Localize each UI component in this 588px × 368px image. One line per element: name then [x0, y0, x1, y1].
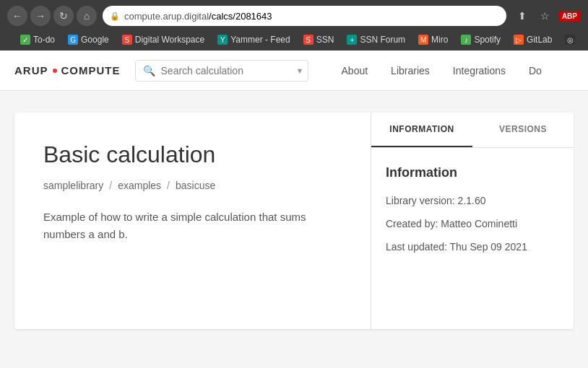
forward-button[interactable]: → [30, 6, 51, 26]
logo-text-arup: ARUP [14, 64, 48, 76]
lock-icon: 🔒 [110, 12, 120, 21]
breadcrumb-sep-1: / [109, 180, 112, 191]
bookmark-todo-label: To-do [33, 35, 55, 45]
bookmark-digital-workspace-label: Digital Workspace [135, 35, 204, 45]
bookmark-google[interactable]: G Google [62, 33, 115, 46]
logo-text-compute: COMPUTE [61, 64, 121, 76]
bookmark-ssn-forum[interactable]: + SSN Forum [341, 33, 411, 46]
bookmark-gitlab[interactable]: ▷ GitLab [508, 33, 558, 46]
address-bar[interactable]: 🔒 compute.arup.digital/calcs/2081643 [103, 6, 506, 26]
created-by-label: Created by: [386, 218, 438, 229]
tab-information[interactable]: INFORMATION [371, 113, 472, 147]
browser-nav-buttons: ← → ↻ ⌂ [7, 6, 97, 26]
bookmark-miro[interactable]: M Miro [412, 33, 454, 46]
abp-badge: ABP [558, 11, 581, 22]
breadcrumb-sep-2: / [167, 180, 170, 191]
github-icon: ◎ [565, 35, 575, 45]
search-input[interactable] [161, 65, 287, 76]
app-header: ARUP COMPUTE 🔍 ▼ About Libraries Integra… [0, 51, 588, 91]
nav-link-about[interactable]: About [330, 51, 380, 91]
bookmark-todo[interactable]: ✓ To-do [14, 33, 61, 46]
page-content: Basic calculation samplelibrary / exampl… [0, 91, 588, 368]
bookmark-yammer[interactable]: Y Yammer - Feed [212, 33, 295, 46]
bookmark-ssn-label: SSN [316, 35, 334, 45]
info-created-by: Created by: Matteo Cominetti [386, 218, 559, 229]
ssn-forum-icon: + [347, 35, 357, 45]
calc-title: Basic calculation [43, 141, 342, 168]
bookmark-button[interactable]: ☆ [535, 6, 555, 26]
url-display: compute.arup.digital/calcs/2081643 [124, 11, 272, 22]
nav-link-integrations[interactable]: Integrations [441, 51, 517, 91]
bookmark-digital-workspace[interactable]: S Digital Workspace [116, 33, 210, 46]
todo-icon: ✓ [20, 35, 30, 45]
info-last-updated: Last updated: Thu Sep 09 2021 [386, 241, 559, 253]
created-by-value: Matteo Cominetti [441, 218, 517, 229]
digital-workspace-icon: S [122, 35, 132, 45]
home-button[interactable]: ⌂ [77, 6, 97, 26]
calc-right-panel: INFORMATION VERSIONS Information Library… [371, 113, 574, 329]
bookmark-gitlab-label: GitLab [527, 35, 552, 45]
breadcrumb-part-2: examples [118, 180, 161, 191]
calc-tabs: INFORMATION VERSIONS [371, 113, 574, 148]
bookmark-ssn[interactable]: S SSN [298, 33, 340, 46]
last-updated-label: Last updated: [386, 241, 447, 253]
bookmark-spotify-label: Spotify [474, 35, 501, 45]
library-version-label: Library version: [386, 195, 455, 206]
reload-button[interactable]: ↻ [53, 6, 74, 26]
app-logo: ARUP COMPUTE [14, 64, 121, 76]
yammer-icon: Y [217, 35, 228, 45]
search-dropdown-arrow[interactable]: ▼ [296, 66, 304, 75]
bookmark-spotify[interactable]: ♪ Spotify [455, 33, 506, 46]
breadcrumb-part-1: samplelibrary [43, 180, 103, 191]
breadcrumb-part-3: basicuse [176, 180, 215, 191]
nav-link-docs[interactable]: Do [517, 51, 553, 91]
miro-icon: M [418, 35, 428, 45]
back-button[interactable]: ← [7, 6, 27, 26]
search-icon: 🔍 [143, 65, 155, 76]
bookmark-google-label: Google [81, 35, 109, 45]
share-button[interactable]: ⬆ [512, 6, 532, 26]
nav-link-libraries[interactable]: Libraries [379, 51, 441, 91]
calc-description: Example of how to write a simple calcula… [43, 209, 342, 243]
bookmark-ssn-forum-label: SSN Forum [360, 35, 405, 45]
ssn-icon: S [303, 35, 314, 45]
browser-top-bar: ← → ↻ ⌂ 🔒 compute.arup.digital/calcs/208… [7, 6, 581, 26]
spotify-icon: ♪ [461, 35, 471, 45]
info-library-version: Library version: 2.1.60 [386, 195, 559, 206]
last-updated-value: Thu Sep 09 2021 [450, 241, 527, 253]
browser-actions: ⬆ ☆ ABP [512, 6, 581, 26]
google-icon: G [68, 35, 78, 45]
browser-chrome: ← → ↻ ⌂ 🔒 compute.arup.digital/calcs/208… [0, 0, 588, 51]
calc-left-panel: Basic calculation samplelibrary / exampl… [14, 113, 371, 329]
info-section-title: Information [386, 165, 559, 180]
bookmark-github[interactable]: ◎ [559, 33, 581, 46]
tab-versions[interactable]: VERSIONS [472, 113, 574, 147]
bookmark-miro-label: Miro [431, 35, 448, 45]
tab-information-content: Information Library version: 2.1.60 Crea… [371, 148, 574, 281]
bookmark-yammer-label: Yammer - Feed [230, 35, 290, 45]
gitlab-icon: ▷ [514, 35, 524, 45]
calculation-card: Basic calculation samplelibrary / exampl… [14, 113, 574, 329]
bookmarks-bar: ✓ To-do G Google S Digital Workspace Y Y… [7, 30, 581, 51]
breadcrumb: samplelibrary / examples / basicuse [43, 180, 342, 191]
library-version-value: 2.1.60 [458, 195, 486, 206]
search-bar-container[interactable]: 🔍 ▼ [135, 60, 308, 82]
logo-dot [53, 69, 57, 73]
main-nav: About Libraries Integrations Do [330, 51, 553, 91]
